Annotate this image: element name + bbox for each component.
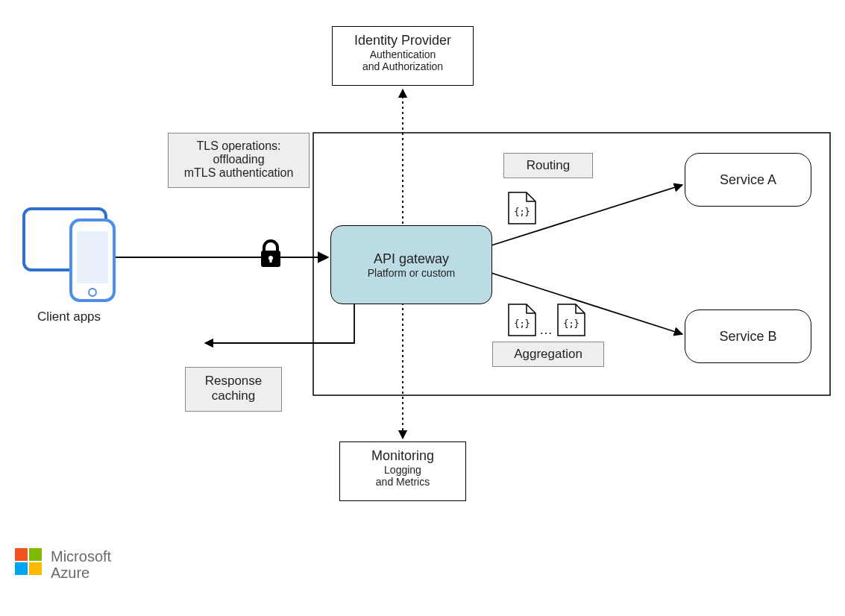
svg-text:{;}: {;} — [514, 318, 530, 329]
svg-line-9 — [477, 185, 682, 250]
diagram-canvas: {;} {;} {;} Identity Provider Authentica… — [0, 0, 845, 616]
svg-point-7 — [268, 256, 273, 260]
routing-label-box: Routing — [503, 153, 593, 178]
aggregation-label-box: Aggregation — [492, 342, 604, 367]
monitoring-sub1: Logging — [348, 464, 458, 476]
document-code-icon: {;} — [509, 192, 535, 224]
aggregation-dots: … — [539, 322, 553, 338]
document-code-icon: {;} — [558, 304, 585, 336]
brand-product: Azure — [51, 565, 111, 581]
svg-point-4 — [89, 289, 96, 296]
tablet-icon — [24, 209, 106, 270]
api-gateway-title: API gateway — [374, 251, 449, 267]
routing-label: Routing — [527, 158, 571, 172]
monitoring-box: Monitoring Logging and Metrics — [339, 441, 466, 501]
api-gateway-box: API gateway Platform or custom — [330, 225, 492, 304]
service-a-box: Service A — [685, 153, 811, 207]
service-b-box: Service B — [685, 309, 811, 363]
svg-rect-2 — [71, 220, 114, 301]
api-gateway-sub: Platform or custom — [368, 267, 455, 279]
lock-icon — [261, 241, 280, 267]
svg-rect-1 — [24, 209, 106, 270]
tls-line1: TLS operations: — [176, 139, 301, 153]
svg-line-10 — [477, 268, 682, 334]
svg-text:{;}: {;} — [563, 318, 579, 329]
identity-provider-title: Identity Provider — [340, 33, 465, 48]
identity-provider-sub2: and Authorization — [340, 60, 465, 72]
phone-icon — [71, 220, 114, 301]
identity-provider-box: Identity Provider Authentication and Aut… — [332, 26, 474, 86]
service-b-label: Service B — [719, 329, 776, 345]
svg-rect-8 — [270, 258, 272, 263]
tls-line3: mTLS authentication — [176, 166, 301, 180]
svg-rect-3 — [77, 231, 108, 283]
svg-text:{;}: {;} — [514, 207, 530, 217]
aggregation-label: Aggregation — [514, 347, 582, 361]
tls-operations-box: TLS operations: offloading mTLS authenti… — [168, 133, 310, 188]
azure-logo — [15, 548, 43, 576]
identity-provider-sub1: Authentication — [340, 48, 465, 60]
monitoring-title: Monitoring — [348, 448, 458, 464]
document-code-icon: {;} — [509, 304, 535, 336]
brand-name: Microsoft — [51, 548, 111, 565]
monitoring-sub2: and Metrics — [348, 476, 458, 488]
tls-line2: offloading — [176, 153, 301, 166]
service-a-label: Service A — [720, 172, 776, 188]
svg-rect-6 — [261, 251, 280, 267]
response-caching-line1: Response — [193, 374, 274, 389]
azure-logo-text: Microsoft Azure — [51, 548, 111, 581]
response-caching-box: Response caching — [185, 367, 282, 412]
client-apps-label: Client apps — [37, 309, 101, 324]
connectors: {;} {;} {;} — [0, 0, 845, 616]
response-caching-line2: caching — [193, 389, 274, 403]
